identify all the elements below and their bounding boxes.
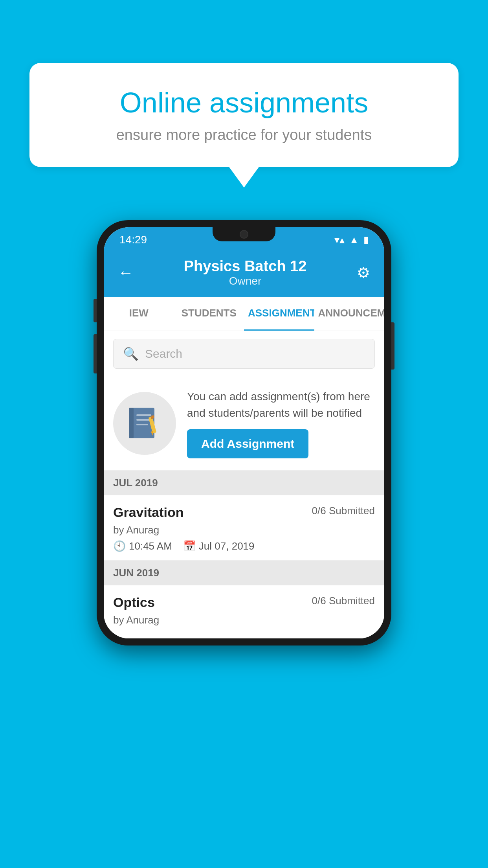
- add-assignment-description: You can add assignment(s) from here and …: [187, 388, 375, 421]
- signal-icon: ▲: [349, 234, 359, 245]
- power-button: [391, 322, 394, 370]
- search-icon: 🔍: [123, 346, 139, 361]
- optics-assignment-by: by Anurag: [113, 614, 375, 626]
- volume-button-1: [94, 299, 97, 322]
- svg-rect-4: [136, 424, 148, 425]
- speech-bubble: Online assignments ensure more practice …: [29, 63, 459, 167]
- tab-announcements[interactable]: ANNOUNCEM...: [314, 297, 385, 331]
- optics-assignment-header: Optics 0/6 Submitted: [113, 595, 375, 610]
- gravitation-assignment-item[interactable]: Gravitation 0/6 Submitted by Anurag 🕙 10…: [104, 495, 384, 561]
- phone-frame: 14:29 ▾▴ ▲ ▮ ← Physics Batch 12 Owner ⚙ …: [97, 220, 391, 645]
- tab-assignments[interactable]: ASSIGNMENTS: [244, 297, 314, 331]
- header-title: Physics Batch 12: [184, 258, 307, 275]
- optics-assignment-submitted: 0/6 Submitted: [312, 595, 375, 607]
- optics-assignment-item[interactable]: Optics 0/6 Submitted by Anurag: [104, 585, 384, 638]
- wifi-icon: ▾▴: [334, 234, 345, 246]
- optics-assignment-name: Optics: [113, 595, 155, 610]
- add-assignment-content: You can add assignment(s) from here and …: [187, 388, 375, 458]
- add-assignment-button[interactable]: Add Assignment: [187, 429, 308, 458]
- phone-container: 14:29 ▾▴ ▲ ▮ ← Physics Batch 12 Owner ⚙ …: [97, 220, 391, 645]
- status-time: 14:29: [119, 234, 147, 246]
- back-button[interactable]: ←: [118, 264, 134, 281]
- phone-notch: [213, 227, 275, 241]
- assignment-time: 10:45 AM: [129, 540, 172, 552]
- search-container: 🔍 Search: [104, 331, 384, 377]
- status-icons: ▾▴ ▲ ▮: [334, 234, 369, 246]
- tab-iew[interactable]: IEW: [104, 297, 174, 331]
- svg-rect-2: [136, 414, 151, 416]
- add-assignment-section: You can add assignment(s) from here and …: [104, 377, 384, 471]
- notebook-svg-icon: [127, 406, 162, 441]
- volume-button-2: [94, 334, 97, 373]
- tab-students[interactable]: STUDENTS: [174, 297, 244, 331]
- assignment-date: Jul 07, 2019: [199, 540, 255, 552]
- speech-bubble-subtitle: ensure more practice for your students: [57, 127, 431, 143]
- jul-2019-divider: JUL 2019: [104, 471, 384, 495]
- svg-rect-1: [129, 408, 134, 438]
- phone-camera: [240, 230, 248, 239]
- assignment-item-header: Gravitation 0/6 Submitted: [113, 505, 375, 520]
- jun-2019-divider: JUN 2019: [104, 561, 384, 585]
- header-center: Physics Batch 12 Owner: [184, 258, 307, 287]
- speech-bubble-container: Online assignments ensure more practice …: [29, 63, 459, 167]
- phone-screen: 14:29 ▾▴ ▲ ▮ ← Physics Batch 12 Owner ⚙ …: [104, 227, 384, 638]
- speech-bubble-title: Online assignments: [57, 86, 431, 119]
- assignment-time-meta: 🕙 10:45 AM: [113, 540, 172, 552]
- assignment-icon-circle: [113, 392, 176, 455]
- settings-icon[interactable]: ⚙: [357, 264, 370, 281]
- assignment-by: by Anurag: [113, 524, 375, 536]
- search-bar[interactable]: 🔍 Search: [113, 339, 375, 369]
- battery-icon: ▮: [363, 234, 369, 245]
- header-subtitle: Owner: [184, 275, 307, 287]
- search-placeholder: Search: [145, 347, 182, 360]
- assignment-meta: 🕙 10:45 AM 📅 Jul 07, 2019: [113, 540, 375, 552]
- assignment-name: Gravitation: [113, 505, 183, 520]
- assignment-date-meta: 📅 Jul 07, 2019: [183, 540, 255, 552]
- calendar-icon: 📅: [183, 540, 196, 552]
- app-header: ← Physics Batch 12 Owner ⚙: [104, 250, 384, 297]
- tabs-container: IEW STUDENTS ASSIGNMENTS ANNOUNCEM...: [104, 297, 384, 331]
- assignment-submitted: 0/6 Submitted: [312, 505, 375, 517]
- clock-icon: 🕙: [113, 540, 126, 552]
